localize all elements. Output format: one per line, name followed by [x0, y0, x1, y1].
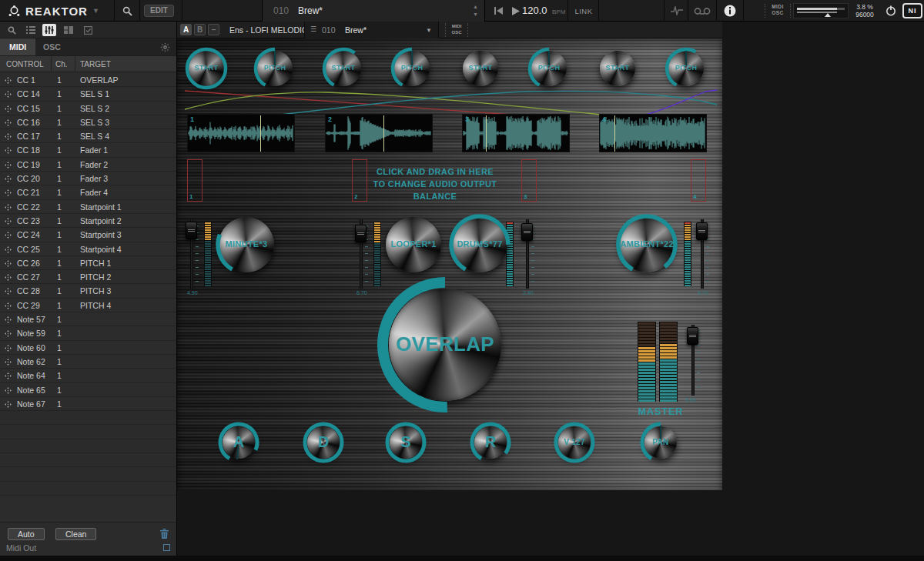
layout-view-icon[interactable]: [62, 24, 75, 36]
column-control[interactable]: CONTROL: [6, 60, 44, 68]
table-row[interactable]: CC 201Fader 3: [0, 172, 176, 185]
tab-osc[interactable]: OSC: [34, 38, 70, 55]
tab-midi[interactable]: MIDI: [0, 38, 35, 55]
table-row[interactable]: CC 191Fader 2: [0, 158, 176, 172]
edit-button[interactable]: EDIT: [144, 5, 174, 17]
pitch-knob[interactable]: PITCH: [390, 46, 434, 91]
table-row[interactable]: Note 671: [0, 397, 176, 411]
move-handle-icon[interactable]: [5, 175, 12, 184]
table-row[interactable]: CC 221Startpoint 1: [0, 200, 176, 214]
balance-marker-4[interactable]: 4: [691, 159, 706, 202]
move-handle-icon[interactable]: [5, 259, 12, 269]
table-row[interactable]: Note 591: [0, 326, 176, 340]
pitch-knob[interactable]: PITCH: [664, 46, 708, 91]
pitch-knob[interactable]: PITCH: [253, 46, 297, 91]
midi-mapping-icon[interactable]: [42, 24, 56, 36]
minute-3-knob[interactable]: MINUTE*3: [213, 211, 280, 279]
doc-stepper[interactable]: ▲▼: [473, 3, 478, 18]
move-handle-icon[interactable]: [5, 344, 12, 353]
pitch-knob[interactable]: PITCH: [527, 46, 571, 91]
move-handle-icon[interactable]: [5, 245, 12, 255]
table-row[interactable]: CC 291PITCH 4: [0, 299, 176, 312]
master-volume-slider[interactable]: [793, 3, 849, 18]
balance-area[interactable]: CLICK AND DRAG IN HERE TO CHANGE AUDIO O…: [177, 154, 722, 208]
midi-out-checkbox[interactable]: [163, 544, 170, 551]
start-knob[interactable]: START: [321, 46, 366, 91]
move-handle-icon[interactable]: [5, 316, 12, 325]
a-knob[interactable]: A: [216, 420, 261, 465]
monitor-button[interactable]: [667, 0, 687, 22]
start-knob[interactable]: START: [595, 46, 640, 91]
gear-icon[interactable]: [160, 42, 170, 55]
trash-icon[interactable]: [160, 528, 169, 542]
table-row[interactable]: Note 651: [0, 383, 176, 397]
fader-handle[interactable]: [687, 327, 698, 345]
d-knob[interactable]: D: [301, 420, 346, 465]
move-handle-icon[interactable]: [5, 231, 12, 240]
table-row[interactable]: CC 171SEL S 4: [0, 129, 176, 143]
r-knob[interactable]: R: [468, 420, 513, 465]
balance-marker-1[interactable]: 1: [187, 159, 203, 202]
bpm-value[interactable]: 120.0: [522, 5, 547, 16]
column-target[interactable]: TARGET: [80, 60, 111, 68]
link-button[interactable]: LINK: [571, 0, 597, 22]
move-handle-icon[interactable]: [5, 386, 12, 396]
snapshot-a-button[interactable]: A: [180, 24, 192, 35]
table-row[interactable]: CC 181Fader 1: [0, 143, 176, 157]
table-row[interactable]: Note 621: [0, 355, 176, 369]
start-knob[interactable]: START: [184, 46, 229, 91]
clean-button[interactable]: Clean: [55, 528, 96, 540]
move-handle-icon[interactable]: [5, 132, 12, 142]
search-icon[interactable]: [5, 24, 18, 36]
table-row[interactable]: CC 271PITCH 2: [0, 270, 176, 284]
fader-handle[interactable]: [521, 223, 533, 241]
move-handle-icon[interactable]: [5, 189, 12, 198]
drums-77-knob[interactable]: DRUMS*77: [446, 211, 514, 279]
app-menu[interactable]: REAKTOR ▼: [8, 0, 99, 22]
fader-handle[interactable]: [355, 225, 367, 242]
record-button[interactable]: [690, 0, 715, 22]
move-handle-icon[interactable]: [5, 287, 12, 296]
rewind-button[interactable]: [491, 0, 507, 22]
table-row[interactable]: Note 601: [0, 341, 176, 355]
overlap-knob[interactable]: OVERLAP: [376, 275, 514, 414]
panel-midi-osc-button[interactable]: MIDI OSC: [445, 23, 468, 37]
table-row[interactable]: Note 641: [0, 369, 176, 382]
checkbox-panel-icon[interactable]: [81, 24, 95, 36]
waveform-display-2[interactable]: 2: [325, 114, 433, 152]
looper-1-knob[interactable]: LOOPER*1: [380, 211, 447, 279]
pan-knob[interactable]: PAN: [638, 420, 683, 465]
move-handle-icon[interactable]: [5, 146, 12, 155]
snapshot-b-button[interactable]: B: [194, 24, 206, 35]
table-row[interactable]: CC 231Startpoint 2: [0, 214, 176, 228]
move-handle-icon[interactable]: [5, 203, 12, 212]
table-row[interactable]: CC 251Startpoint 4: [0, 242, 176, 256]
s-knob[interactable]: S: [383, 420, 428, 465]
table-row[interactable]: CC 141SEL S 1: [0, 87, 176, 101]
table-row[interactable]: CC 161SEL S 3: [0, 115, 176, 129]
waveform-display-3[interactable]: 3: [462, 114, 570, 152]
power-button[interactable]: [881, 0, 901, 22]
table-row[interactable]: CC 211Fader 4: [0, 185, 176, 199]
info-button[interactable]: [718, 0, 742, 22]
auto-button[interactable]: Auto: [8, 528, 45, 540]
move-handle-icon[interactable]: [5, 161, 12, 170]
search-button[interactable]: [116, 0, 139, 22]
fader-handle[interactable]: [186, 222, 197, 239]
move-handle-icon[interactable]: [5, 372, 12, 381]
start-knob[interactable]: START: [458, 46, 503, 91]
move-handle-icon[interactable]: [5, 329, 12, 339]
waveform-display-4[interactable]: 4: [599, 114, 707, 152]
v-127-knob[interactable]: V 127: [552, 420, 597, 465]
move-handle-icon[interactable]: [5, 358, 12, 367]
table-row[interactable]: CC 241Startpoint 3: [0, 228, 176, 242]
table-row[interactable]: CC 261PITCH 1: [0, 256, 176, 270]
waveform-display-1[interactable]: 1: [187, 114, 295, 152]
preset-dropdown[interactable]: ☰ 010 Brew* ▼: [304, 22, 439, 38]
table-row[interactable]: Note 571: [0, 312, 176, 326]
minimize-button[interactable]: –: [208, 24, 219, 35]
table-row[interactable]: CC 11OVERLAP: [0, 73, 176, 87]
fader-handle[interactable]: [696, 222, 708, 240]
document-selector[interactable]: 010 Brew* ▲▼: [262, 0, 485, 22]
move-handle-icon[interactable]: [5, 302, 12, 311]
